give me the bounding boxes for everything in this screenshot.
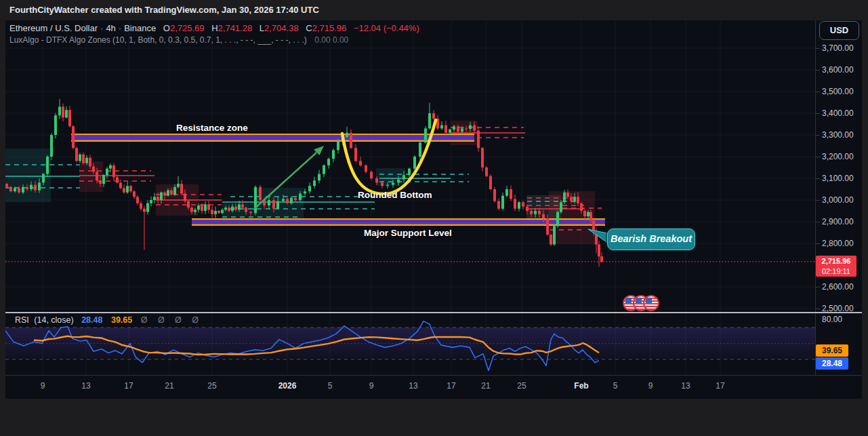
candle-body	[249, 212, 252, 214]
candle-body	[587, 212, 590, 216]
symbol-legend[interactable]: Ethereum / U.S. Dollar·4h·Binance O2,725…	[9, 23, 419, 33]
price-tick-label: 3,700.00	[822, 43, 854, 53]
candle-body	[522, 202, 524, 206]
bar-countdown: 02:19:11	[816, 266, 856, 277]
candle-body	[129, 186, 132, 191]
candle-body	[259, 187, 262, 200]
candle-body	[14, 188, 16, 191]
candle-body	[440, 125, 443, 129]
candle-body	[272, 200, 275, 209]
candle-body	[82, 155, 85, 163]
main-price-pane[interactable]	[5, 20, 815, 312]
candle-body	[419, 142, 421, 157]
candle-body	[518, 202, 520, 209]
candle-body	[99, 180, 102, 184]
rsi-params: (14, close)	[34, 315, 73, 325]
candle-body	[332, 150, 335, 159]
candle-body	[327, 159, 330, 165]
candle-body	[102, 175, 105, 184]
candle-body	[550, 235, 552, 244]
candle-body	[408, 169, 411, 176]
candle-body	[143, 209, 146, 212]
candle-body	[556, 212, 559, 226]
candle-body	[153, 197, 156, 200]
candle-body	[79, 155, 81, 161]
candle-body	[50, 135, 53, 157]
candle-body	[75, 148, 78, 161]
ohlc-low: L2,704.38	[255, 23, 299, 33]
candle-body	[381, 182, 384, 186]
candle-body	[560, 202, 562, 212]
candle-body	[224, 207, 227, 210]
candle-body	[481, 148, 484, 167]
candle-body	[354, 148, 357, 161]
interval: 4h	[106, 23, 115, 33]
candle-body	[477, 131, 480, 148]
candle-body	[123, 188, 125, 192]
price-tick-label: 2,500.00	[822, 304, 854, 313]
candle-body	[54, 115, 57, 135]
indicator-name: LuxAlgo - DTFX Algo Zones (10, 1, Both, …	[9, 35, 307, 45]
candle-body	[453, 126, 455, 130]
time-tick-label: 2026	[278, 381, 297, 391]
rsi-value: 28.48	[81, 315, 102, 325]
candle-body	[42, 174, 45, 183]
time-tick-label: 17	[447, 381, 455, 391]
candle-body	[308, 186, 311, 191]
candle-body	[140, 203, 142, 209]
economic-event-flags[interactable]	[623, 295, 653, 313]
candle-body	[424, 128, 427, 142]
last-price-badge: 2,715.96 02:19:11	[816, 256, 856, 277]
candle-body	[190, 207, 193, 212]
candle-body	[201, 205, 203, 211]
candle-body	[337, 142, 339, 151]
ohlc-high: H2,741.28	[207, 23, 252, 33]
price-tick-label: 3,400.00	[822, 108, 854, 118]
candle-body	[187, 201, 190, 208]
ohlc-open: O2,725.69	[159, 23, 205, 33]
attribution-header: FourthCityWatcher created with TradingVi…	[0, 0, 868, 20]
candle-body	[514, 199, 516, 208]
time-axis[interactable]: 91317212520265913172125Feb591317	[5, 376, 815, 397]
candle-body	[577, 197, 579, 203]
pane-separator[interactable]	[5, 312, 862, 313]
indicator-legend[interactable]: LuxAlgo - DTFX Algo Zones (10, 1, Both, …	[9, 35, 348, 45]
rsi-name: RSI	[15, 315, 29, 325]
candle-body	[65, 110, 68, 117]
candle-body	[290, 198, 293, 203]
bearish-breakout-callout[interactable]: Bearish Breakout	[607, 229, 695, 250]
candle-body	[505, 189, 508, 196]
tradingview-chart-window: FourthCityWatcher created with TradingVi…	[0, 0, 868, 436]
candle-body	[167, 191, 169, 196]
candle-body	[133, 191, 136, 197]
change-value: −12.04 (−0.44%)	[354, 23, 419, 33]
last-price: 2,715.96	[816, 256, 856, 266]
major-support-label[interactable]: Major Support Level	[364, 228, 452, 238]
candle-body	[204, 204, 207, 211]
candle-body	[89, 158, 91, 167]
candle-body	[566, 193, 569, 197]
candle-body	[170, 191, 173, 195]
time-tick-label: 9	[369, 381, 374, 391]
time-tick-label: 25	[207, 381, 216, 391]
rsi-legend[interactable]: RSI (14, close) 28.48 39.65 Ø Ø Ø Ø	[15, 315, 203, 325]
candle-body	[461, 128, 463, 132]
time-axis-separator	[5, 375, 862, 376]
candle-body	[211, 210, 213, 214]
candle-body	[546, 218, 549, 235]
candle-body	[286, 199, 289, 203]
time-tick-label: 5	[328, 381, 333, 391]
resistance-zone-label[interactable]: Resistance zone	[176, 123, 248, 133]
candle-body	[126, 186, 129, 193]
candle-body	[365, 165, 367, 172]
time-tick-label: 5	[613, 381, 618, 391]
candle-body	[268, 200, 270, 205]
candle-body	[276, 201, 279, 209]
symbol-name: Ethereum / U.S. Dollar	[9, 23, 98, 33]
us-flag-icon[interactable]	[643, 295, 659, 311]
rounded-bottom-label[interactable]: Rounded Bottom	[358, 190, 432, 200]
time-tick-label: 13	[409, 381, 417, 391]
candle-body	[146, 203, 149, 212]
candle-body	[38, 182, 41, 190]
candle-body	[58, 106, 61, 115]
